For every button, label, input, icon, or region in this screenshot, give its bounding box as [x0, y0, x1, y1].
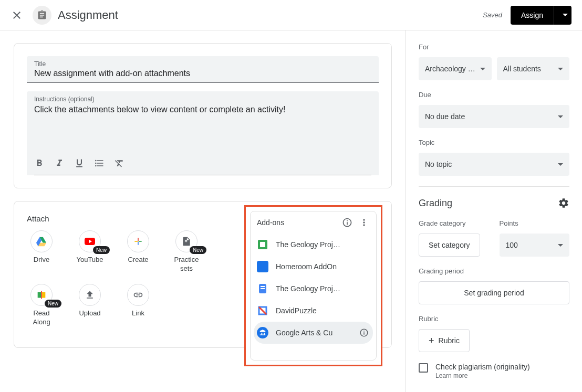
topic-label: Topic — [419, 139, 569, 146]
set-category-button[interactable]: Set category — [419, 234, 480, 257]
attach-label: Create — [128, 256, 148, 264]
grading-period-label: Grading period — [419, 267, 569, 275]
saved-status: Saved — [483, 11, 502, 19]
addon-item[interactable]: Homeroom AddOn — [251, 256, 376, 278]
attach-drive[interactable]: Drive — [27, 230, 56, 273]
attach-link[interactable]: Link — [123, 284, 153, 327]
close-icon[interactable] — [11, 9, 23, 22]
assign-button[interactable]: Assign — [511, 6, 554, 25]
addon-name: The Geology Proj… — [276, 240, 370, 249]
assign-button-group: Assign — [511, 6, 571, 25]
attach-label: Practice sets — [172, 256, 201, 273]
new-badge: New — [93, 246, 110, 254]
info-icon[interactable] — [341, 217, 353, 228]
addon-item[interactable]: DavidPuzzle — [251, 300, 376, 322]
svg-rect-5 — [261, 288, 265, 289]
svg-rect-2 — [260, 242, 265, 247]
addons-panel: Add-ons The Geology Proj… Homeroom AddOn… — [250, 211, 377, 361]
attach-practice-sets[interactable]: New Practice sets — [172, 230, 201, 273]
attach-label: Upload — [79, 309, 100, 318]
due-label: Due — [419, 91, 569, 99]
attach-create[interactable]: Create — [123, 230, 153, 273]
set-grading-period-button[interactable]: Set grading period — [419, 281, 569, 304]
addon-item[interactable]: Google Arts & Cu — [254, 322, 373, 344]
addon-name: DavidPuzzle — [276, 306, 370, 315]
class-select[interactable]: Archaeology … — [419, 57, 492, 80]
drive-icon — [30, 230, 53, 252]
instructions-input[interactable]: Click the attachments below to view cont… — [34, 105, 371, 152]
assign-dropdown-button[interactable] — [554, 6, 571, 25]
sidebar: For Archaeology … All students Due No du… — [406, 30, 582, 392]
assignment-icon — [33, 6, 51, 25]
svg-rect-4 — [261, 286, 265, 287]
grading-title: Grading — [419, 198, 452, 209]
page-title: Assignment — [58, 8, 118, 22]
link-icon — [127, 284, 149, 306]
title-field-container: Title — [27, 56, 379, 83]
addon-item[interactable]: The Geology Proj… — [251, 234, 376, 256]
app-header: Assignment Saved Assign — [0, 0, 582, 30]
clear-format-button[interactable] — [114, 158, 124, 168]
underline-button[interactable] — [74, 158, 85, 168]
attach-label: Link — [132, 309, 144, 318]
upload-icon — [79, 284, 101, 306]
format-toolbar — [34, 152, 371, 175]
addon-icon — [257, 283, 268, 294]
rubric-button[interactable]: + Rubric — [419, 329, 470, 352]
addon-icon — [257, 305, 268, 316]
title-input[interactable] — [34, 69, 371, 78]
learn-more-link[interactable]: Learn more — [435, 372, 530, 379]
addon-icon — [257, 239, 268, 250]
topic-select[interactable]: No topic — [419, 153, 569, 176]
new-badge: New — [190, 246, 206, 254]
points-select[interactable]: 100 — [500, 234, 570, 257]
for-label: For — [419, 43, 569, 51]
create-icon — [127, 230, 149, 252]
attach-label: YouTube — [76, 256, 103, 264]
bold-button[interactable] — [34, 158, 45, 168]
italic-button[interactable] — [54, 158, 65, 168]
plus-icon: + — [429, 335, 434, 346]
rubric-label: Rubric — [419, 315, 569, 323]
bullet-list-button[interactable] — [94, 158, 105, 168]
plagiarism-label: Check plagiarism (originality) — [435, 363, 530, 371]
attach-youtube[interactable]: New YouTube — [75, 230, 105, 273]
gear-icon[interactable] — [558, 197, 569, 209]
assignment-form-card: Title Instructions (optional) Click the … — [14, 43, 392, 188]
students-select[interactable]: All students — [497, 57, 570, 80]
instructions-label: Instructions (optional) — [34, 96, 371, 103]
addon-name: The Geology Proj… — [276, 284, 370, 293]
due-date-select[interactable]: No due date — [419, 105, 569, 128]
new-badge: New — [45, 300, 61, 308]
addons-list[interactable]: The Geology Proj… Homeroom AddOn The Geo… — [251, 234, 376, 360]
addon-icon — [257, 261, 268, 272]
addons-title: Add-ons — [257, 218, 336, 227]
title-label: Title — [34, 60, 371, 68]
grade-category-label: Grade category — [419, 219, 489, 227]
more-icon[interactable] — [358, 217, 370, 228]
addons-panel-highlight: Add-ons The Geology Proj… Homeroom AddOn… — [244, 205, 382, 366]
info-icon[interactable] — [358, 327, 370, 338]
attach-label: Read Along — [27, 309, 56, 327]
addon-item[interactable]: The Geology Proj… — [251, 278, 376, 300]
plagiarism-checkbox[interactable] — [419, 363, 428, 373]
attach-read-along[interactable]: New Read Along — [27, 284, 56, 327]
points-label: Points — [500, 219, 570, 227]
addon-name: Homeroom AddOn — [276, 262, 370, 271]
addon-icon — [257, 327, 268, 338]
attach-label: Drive — [34, 256, 49, 264]
attach-upload[interactable]: Upload — [75, 284, 105, 327]
divider — [419, 186, 569, 187]
addon-name: Google Arts & Cu — [276, 329, 351, 337]
